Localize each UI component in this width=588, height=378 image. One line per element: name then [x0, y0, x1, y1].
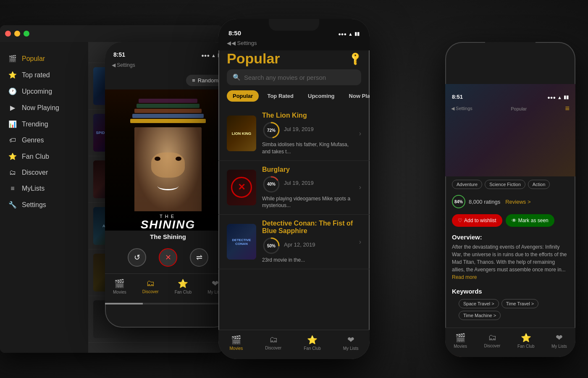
heart-icon: ♡ — [458, 218, 462, 223]
shuffle-button[interactable]: ⇌ — [190, 248, 208, 267]
sidebar-item-upcoming[interactable]: 🕐 Upcoming — [0, 83, 88, 100]
titlebar — [0, 25, 223, 42]
tab-my-lists-popular[interactable]: ❤ My Lists — [343, 335, 359, 351]
star-icon-popular: ⭐ — [307, 335, 318, 345]
filter-top-rated[interactable]: Top Rated — [261, 90, 299, 102]
tab-bar-detail: 🎬 Movies 🗂 Discover ⭐ Fan Club ❤ My List… — [445, 328, 575, 357]
rating-row: 84% 8,000 ratings Reviews > — [445, 192, 575, 211]
book-stack — [126, 89, 210, 123]
sidebar-item-trending[interactable]: 📊 Trending — [0, 116, 88, 132]
phone-notch — [143, 42, 193, 54]
genre-action[interactable]: Action — [528, 180, 550, 189]
rating-donut-burglary: 40% — [262, 175, 281, 194]
title-row: Popular 🔑 — [218, 50, 370, 69]
heart-tab-icon: ❤ — [212, 278, 219, 289]
key-icon: 🔑 — [348, 51, 363, 66]
chart-icon: 📊 — [8, 120, 17, 128]
popular-header: ◀ ◀ Settings — [218, 40, 370, 50]
settings-icon: 🔧 — [8, 201, 17, 209]
close-button[interactable] — [5, 31, 11, 37]
sidebar-item-now-playing[interactable]: ▶ Now Playing — [0, 100, 88, 116]
filter-now-playing[interactable]: Now Play... — [343, 90, 370, 102]
add-to-wishlist-button[interactable]: ♡ Add to wishlist — [452, 214, 502, 227]
tab-fan-club-detail[interactable]: ⭐ Fan Club — [517, 333, 535, 349]
reject-button[interactable]: ✕ — [159, 248, 177, 267]
chevron-right-icon: › — [359, 130, 361, 137]
star-icon: ⭐ — [8, 71, 17, 79]
movie-poster-large: THE SHiNiNG — [105, 89, 231, 231]
detail-status-bar: 8:51 ●●● ▲ ▮▮ — [445, 84, 575, 102]
filter-upcoming[interactable]: Upcoming — [302, 90, 341, 102]
phone-notch-detail — [485, 42, 536, 54]
discover-icon: 🗂 — [8, 169, 17, 176]
search-bar[interactable]: 🔍 Search any movies or person — [227, 69, 361, 85]
search-icon: 🔍 — [233, 74, 241, 81]
tab-fan-club[interactable]: ⭐ Fan Club — [175, 278, 192, 294]
sidebar-item-top-rated[interactable]: ⭐ Top rated — [0, 67, 88, 83]
movie-icon: 🎬 — [8, 55, 17, 63]
sidebar-item-fan-club[interactable]: ⭐ Fan Club — [0, 148, 88, 165]
sidebar: 🎬 Popular ⭐ Top rated 🕐 Upcoming ▶ Now P… — [0, 42, 88, 353]
tab-bar: 🎬 Movies 🗂 Discover ⭐ Fan Club ❤ My List… — [105, 273, 231, 303]
phone-popular: 8:50 ●●● ▲ ▮▮ ◀ ◀ Settings Popular 🔑 🔍 S… — [218, 19, 370, 359]
film-icon: 🎬 — [114, 278, 125, 289]
action-buttons: ♡ Add to wishlist 👁 Mark as seen — [445, 211, 575, 230]
discover-icon-detail: 🗂 — [488, 333, 496, 342]
page-title: Popular — [227, 50, 280, 67]
mark-as-seen-button[interactable]: 👁 Mark as seen — [506, 214, 554, 227]
list-item[interactable]: LION KING The Lion King 72% Jul 19, 2019 — [218, 107, 370, 161]
tab-movies-popular[interactable]: 🎬 Movies — [230, 335, 243, 351]
eye-icon: 👁 — [512, 218, 517, 223]
tab-movies-detail[interactable]: 🎬 Movies — [454, 333, 467, 349]
genre-adventure[interactable]: Adventure — [452, 180, 482, 189]
keyword-time-machine[interactable]: Time Machine > — [459, 311, 501, 320]
rating-circle: 84% — [452, 195, 465, 208]
tab-discover-detail[interactable]: 🗂 Discover — [484, 333, 500, 348]
back-button-popular[interactable]: ◀ ◀ Settings — [227, 40, 257, 46]
shining-visual: THE SHiNiNG — [105, 89, 231, 231]
sidebar-item-genres[interactable]: 🏷 Genres — [0, 132, 88, 148]
movie-info-conan: Detective Conan: The Fist of Blue Sapphi… — [262, 220, 353, 264]
sidebar-item-discover[interactable]: 🗂 Discover — [0, 165, 88, 181]
genre-scifi[interactable]: Science Fiction — [485, 180, 525, 189]
keyword-time-travel[interactable]: Time Travel > — [501, 299, 539, 308]
list-item[interactable]: ✕ Burglary 40% Jul 19 — [218, 161, 370, 215]
tab-movies[interactable]: 🎬 Movies — [113, 278, 126, 294]
shining-character — [134, 127, 202, 211]
read-more-link[interactable]: Read more — [452, 274, 477, 280]
overview-text: After the devastating events of Avengers… — [452, 243, 569, 281]
sidebar-item-settings[interactable]: 🔧 Settings — [0, 197, 88, 213]
reviews-link[interactable]: Reviews > — [505, 199, 530, 205]
tab-fan-club-popular[interactable]: ⭐ Fan Club — [304, 335, 321, 351]
rewind-button[interactable]: ↺ — [128, 248, 146, 267]
heart-icon-detail: ❤ — [556, 333, 563, 343]
phone-detail: 8:51 ●●● ▲ ▮▮ ◀ Settings Popular ≡ Aveng… — [445, 42, 575, 357]
film-icon-detail: 🎬 — [455, 333, 466, 343]
genre-tags: Adventure Science Fiction Action — [445, 176, 575, 192]
sidebar-item-my-lists[interactable]: ≡ MyLists — [0, 181, 88, 197]
toolbar: ≡ Random — [105, 71, 231, 89]
overview-section: Overview: After the devastating events o… — [445, 230, 575, 284]
star2-icon: ⭐ — [8, 152, 17, 160]
clock-icon: 🕐 — [8, 87, 17, 95]
playback-controls: ↺ ✕ ⇌ — [105, 242, 231, 273]
star-tab-icon: ⭐ — [178, 278, 188, 289]
sidebar-item-popular[interactable]: 🎬 Popular — [0, 50, 88, 67]
keyword-space-travel[interactable]: Space Travel > — [459, 299, 499, 308]
list-view-icon[interactable]: ≡ — [565, 104, 570, 113]
tab-discover[interactable]: 🗂 Discover — [142, 278, 159, 294]
discover-icon-popular: 🗂 — [269, 335, 278, 344]
detail-top-bar: ◀ Settings Popular ≡ — [445, 102, 575, 115]
movie-info-lion: The Lion King 72% Jul 19, 2019 Simba ido… — [262, 112, 353, 155]
tab-discover-popular[interactable]: 🗂 Discover — [265, 335, 281, 350]
detail-background: 8:51 ●●● ▲ ▮▮ ◀ Settings Popular ≡ Aveng… — [445, 84, 575, 176]
minimize-button[interactable] — [14, 31, 20, 37]
keywords-section: Keywords Space Travel > Time Travel > Ti… — [445, 284, 575, 327]
list-item[interactable]: DETECTIVE CONAN Detective Conan: The Fis… — [218, 215, 370, 269]
filter-popular[interactable]: Popular — [227, 90, 259, 102]
tab-my-lists-detail[interactable]: ❤ My Lists — [551, 333, 567, 349]
maximize-button[interactable] — [24, 31, 29, 37]
list-icon: ≡ — [8, 185, 17, 192]
keywords-title: Keywords — [452, 288, 569, 295]
burglary-poster: ✕ — [227, 170, 256, 205]
